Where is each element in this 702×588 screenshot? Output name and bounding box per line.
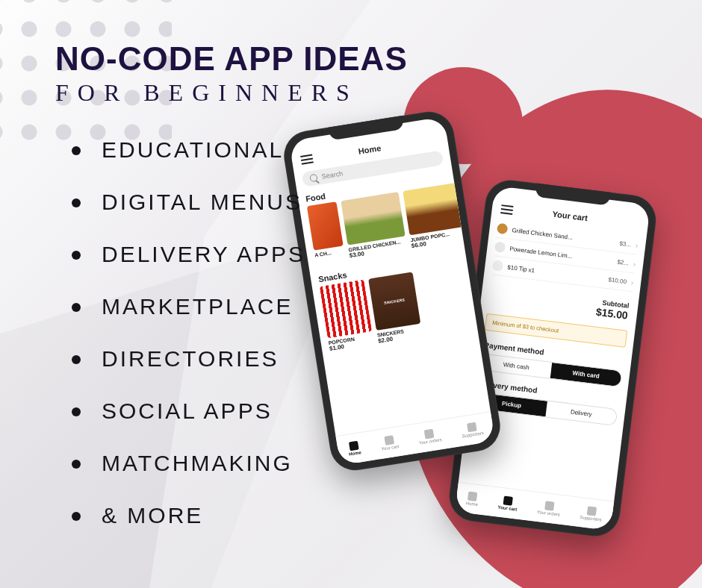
spacer: [426, 139, 438, 141]
page-subtitle: FOR BEGINNERS: [55, 79, 408, 107]
tab-label: Your cart: [381, 444, 399, 451]
tab-cart[interactable]: Your cart: [497, 495, 518, 512]
phone-home: Home Search Food A CH... GRILLED CHICKEN…: [280, 108, 503, 474]
tab-label: Supporters: [580, 515, 602, 522]
idea-item: EDUCATIONAL: [72, 137, 305, 163]
screen-title: Home: [358, 143, 382, 156]
idea-item: MARKETPLACE: [72, 294, 305, 319]
chevron-right-icon: ›: [633, 260, 636, 268]
food-image: [403, 182, 464, 235]
tab-cart[interactable]: Your cart: [379, 434, 399, 451]
tab-home[interactable]: Home: [347, 440, 361, 456]
orders-icon: [544, 501, 554, 510]
tab-orders[interactable]: Your orders: [537, 500, 562, 517]
tab-supporters[interactable]: Supporters: [460, 421, 484, 438]
cart-icon: [384, 435, 394, 445]
heading-block: NO-CODE APP IDEAS FOR BEGINNERS: [55, 40, 408, 107]
search-icon: [309, 174, 317, 182]
gear-icon: [467, 422, 477, 433]
tab-label: Home: [349, 450, 361, 457]
tab-label: Your orders: [537, 510, 560, 517]
item-price: $2...: [617, 258, 630, 266]
home-icon: [349, 441, 359, 451]
tab-label: Your cart: [497, 505, 517, 512]
snack-image: [320, 280, 372, 339]
food-card[interactable]: A CH...: [307, 201, 346, 264]
tab-bar: Home Your cart Your orders Supporters: [455, 482, 614, 531]
snack-card[interactable]: POPCORN $1.00: [320, 280, 374, 352]
tab-label: Your orders: [419, 437, 442, 445]
tab-orders[interactable]: Your orders: [417, 428, 442, 445]
tab-label: Supporters: [462, 431, 484, 439]
item-thumb: [497, 223, 509, 235]
chevron-right-icon: ›: [635, 241, 639, 249]
idea-item: & MORE: [72, 503, 305, 528]
search-placeholder: Search: [321, 169, 344, 180]
tab-supporters[interactable]: Supporters: [580, 505, 603, 522]
food-card[interactable]: GRILLED CHICKEN... $3.00: [341, 192, 407, 259]
idea-item: MATCHMAKING: [72, 451, 305, 476]
screen-title: Your cart: [552, 210, 588, 223]
idea-list: EDUCATIONAL DIGITAL MENUS DELIVERY APPS …: [72, 137, 305, 555]
item-thumb: [494, 242, 506, 254]
phone-screen: Home Search Food A CH... GRILLED CHICKEN…: [289, 116, 495, 465]
chevron-right-icon: ›: [630, 278, 634, 287]
cart-icon: [503, 496, 513, 506]
item-price: $10.00: [608, 276, 627, 285]
item-thumb: [492, 260, 504, 272]
phone-mockups: Your cart Grilled Chicken Sand... $3... …: [291, 119, 680, 567]
food-image: [307, 201, 344, 251]
tab-label: Home: [466, 501, 479, 507]
snack-card[interactable]: SNICKERS $2.00: [368, 272, 423, 344]
item-price: $3...: [619, 240, 632, 248]
idea-item: DELIVERY APPS: [72, 242, 305, 267]
menu-icon[interactable]: [500, 204, 513, 215]
idea-item: DIRECTORIES: [72, 346, 305, 372]
orders-icon: [424, 429, 435, 440]
gear-icon: [587, 506, 597, 516]
home-icon: [468, 492, 477, 501]
snack-image: [368, 272, 420, 331]
tab-home[interactable]: Home: [466, 491, 479, 507]
idea-item: DIGITAL MENUS: [72, 190, 305, 215]
food-image: [341, 192, 405, 245]
food-card[interactable]: JUMBO POPC... $6.00: [403, 182, 464, 249]
idea-item: SOCIAL APPS: [72, 398, 305, 424]
page-title: NO-CODE APP IDEAS: [55, 40, 408, 78]
